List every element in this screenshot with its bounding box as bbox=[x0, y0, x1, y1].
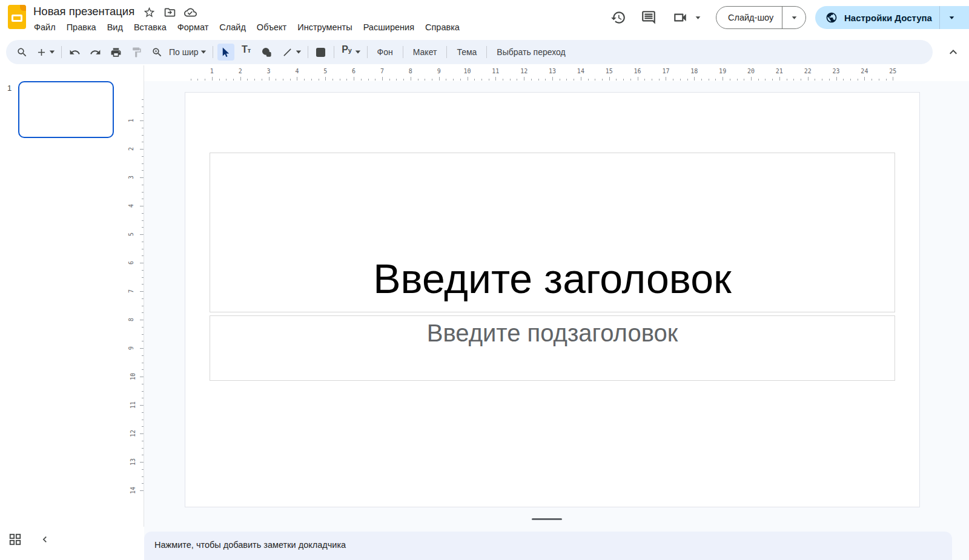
chevron-up-icon bbox=[946, 45, 961, 59]
comment-plus-icon bbox=[315, 47, 326, 58]
ruler-label: 16 bbox=[634, 68, 641, 74]
slides-logo-fold bbox=[20, 5, 26, 11]
new-slide-dropdown-icon[interactable] bbox=[48, 48, 56, 56]
notes-resize-handle[interactable] bbox=[532, 518, 562, 520]
ruler-label: 15 bbox=[606, 68, 613, 74]
print-button[interactable] bbox=[107, 44, 124, 61]
menu-insert[interactable]: Вставка bbox=[128, 21, 172, 33]
speaker-notes[interactable]: Нажмите, чтобы добавить заметки докладчи… bbox=[144, 532, 952, 560]
layout-button[interactable]: Макет bbox=[408, 44, 443, 60]
zoom-fit-dropdown-icon[interactable] bbox=[200, 48, 207, 56]
plus-icon bbox=[36, 47, 47, 58]
search-menus-button[interactable] bbox=[13, 44, 30, 61]
chevron-left-icon bbox=[39, 533, 51, 545]
ruler-label: 4 bbox=[128, 204, 134, 208]
share-button[interactable]: Настройки Доступа bbox=[815, 6, 969, 29]
slide-filmstrip bbox=[0, 65, 144, 560]
menu-help[interactable]: Справка bbox=[420, 21, 465, 33]
ruler-label: 13 bbox=[130, 458, 136, 466]
line-icon bbox=[282, 47, 293, 58]
pen-glyph-small: у bbox=[348, 47, 352, 54]
globe-icon bbox=[825, 12, 838, 24]
zoom-fit-selector[interactable]: По шир bbox=[169, 47, 199, 57]
transition-button[interactable]: Выбрать переход bbox=[491, 44, 570, 60]
toolbar-divider bbox=[334, 46, 334, 58]
redo-button[interactable] bbox=[87, 44, 104, 61]
app-header: Новая презентация Файл Правка Вид Вставк… bbox=[0, 0, 969, 38]
title-placeholder-text: Введите заголовок bbox=[373, 255, 732, 302]
menu-edit[interactable]: Правка bbox=[61, 21, 102, 33]
ruler-label: 11 bbox=[130, 401, 136, 409]
ruler-label: 6 bbox=[128, 261, 134, 265]
chevron-down-icon bbox=[948, 15, 955, 21]
menu-format[interactable]: Формат bbox=[172, 21, 214, 33]
slideshow-dropdown-button[interactable] bbox=[782, 7, 805, 28]
grid-view-icon bbox=[8, 533, 22, 546]
paint-format-button[interactable] bbox=[128, 44, 145, 61]
grid-view-button[interactable] bbox=[8, 533, 22, 546]
version-history-icon[interactable] bbox=[610, 10, 626, 25]
slides-logo-inner bbox=[12, 15, 22, 22]
slideshow-button[interactable]: Слайд-шоу bbox=[716, 13, 782, 22]
line-tool-button[interactable] bbox=[279, 44, 296, 61]
chevron-down-icon bbox=[791, 15, 798, 21]
comments-icon[interactable] bbox=[641, 10, 656, 25]
redo-icon bbox=[90, 47, 101, 58]
insert-comment-button[interactable] bbox=[313, 44, 329, 61]
ruler-label: 5 bbox=[323, 68, 327, 74]
ruler-label: 5 bbox=[128, 232, 134, 236]
ruler-label: 10 bbox=[463, 68, 471, 74]
ruler-label: 6 bbox=[352, 68, 356, 74]
ruler-label: 24 bbox=[861, 68, 868, 74]
menu-slide[interactable]: Слайд bbox=[214, 21, 251, 33]
menu-view[interactable]: Вид bbox=[102, 21, 128, 33]
slide-thumbnail-1[interactable] bbox=[18, 81, 114, 138]
select-tool-button[interactable] bbox=[217, 44, 234, 61]
pen-dropdown-icon[interactable] bbox=[354, 48, 362, 56]
title-placeholder[interactable]: Введите заголовок bbox=[210, 153, 895, 312]
menu-file[interactable]: Файл bbox=[28, 21, 61, 33]
ruler-label: 3 bbox=[267, 68, 271, 74]
slideshow-split-button: Слайд-шоу bbox=[716, 6, 806, 29]
ruler-label: 1 bbox=[210, 68, 214, 74]
toolbar: По шир Tт Pу Фон Макет Тема Выбрать пере… bbox=[6, 40, 933, 64]
star-icon[interactable] bbox=[143, 6, 156, 19]
collapse-filmstrip-button[interactable] bbox=[39, 533, 51, 545]
meet-camera-icon[interactable] bbox=[672, 10, 688, 25]
ruler-label: 2 bbox=[128, 147, 134, 151]
subtitle-placeholder-text: Введите подзаголовок bbox=[427, 318, 678, 348]
subtitle-placeholder[interactable]: Введите подзаголовок bbox=[210, 315, 895, 381]
zoom-in-button[interactable] bbox=[148, 44, 165, 61]
undo-button[interactable] bbox=[66, 44, 83, 61]
meet-camera-dropdown-icon[interactable] bbox=[695, 15, 701, 21]
background-button[interactable]: Фон bbox=[372, 44, 399, 60]
toolbar-divider bbox=[367, 46, 368, 58]
ruler-label: 18 bbox=[690, 68, 698, 74]
document-title[interactable]: Новая презентация bbox=[33, 5, 134, 18]
share-dropdown-button[interactable] bbox=[940, 6, 964, 29]
zoom-in-icon bbox=[151, 47, 163, 58]
pen-tool-button[interactable]: Pу bbox=[339, 44, 356, 61]
textbox-tool-button[interactable]: Tт bbox=[238, 44, 255, 61]
menu-tools[interactable]: Инструменты bbox=[292, 21, 357, 33]
menu-extensions[interactable]: Расширения bbox=[358, 21, 420, 33]
new-slide-button[interactable] bbox=[33, 44, 50, 61]
line-dropdown-icon[interactable] bbox=[295, 48, 302, 56]
ruler-label: 3 bbox=[128, 176, 134, 179]
slide-page[interactable]: Введите заголовок Введите подзаголовок bbox=[185, 92, 920, 507]
vertical-ruler: 1234567891011121314 bbox=[124, 81, 144, 560]
ruler-label: 8 bbox=[128, 318, 134, 321]
ruler-label: 12 bbox=[520, 68, 527, 74]
menu-bar: Файл Правка Вид Вставка Формат Слайд Объ… bbox=[28, 20, 465, 35]
menu-arrange[interactable]: Объект bbox=[251, 21, 292, 33]
ruler-label: 19 bbox=[719, 68, 726, 74]
speaker-notes-placeholder: Нажмите, чтобы добавить заметки докладчи… bbox=[144, 532, 952, 550]
theme-button[interactable]: Тема bbox=[451, 44, 482, 60]
search-icon bbox=[16, 47, 28, 58]
cloud-saved-icon[interactable] bbox=[184, 6, 197, 19]
ruler-label: 25 bbox=[889, 68, 896, 74]
slides-logo[interactable] bbox=[8, 5, 26, 29]
shape-tool-button[interactable] bbox=[259, 44, 276, 61]
collapse-toolbar-button[interactable] bbox=[946, 45, 961, 59]
move-to-folder-icon[interactable] bbox=[164, 6, 176, 19]
